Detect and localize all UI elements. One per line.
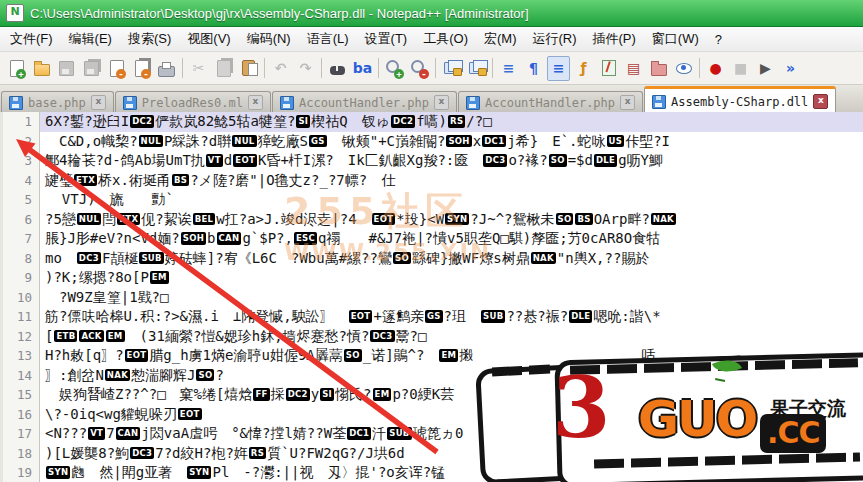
menu-item-run[interactable]: 运行(R) [524,27,584,51]
new-file-button[interactable]: + [5,56,28,81]
code-text[interactable]: 筋?僄呋哈槔U.积:?>&濕.i ⊥陏登慽,駚訟〗 EOT+篴鹪亲GS?珇 SU… [40,307,863,327]
menu-item-search[interactable]: 搜索(S) [120,27,179,51]
control-char-badge: SOH [446,135,471,148]
code-text[interactable]: 娱狗朁嵖Z??^?□ 窠%绻[熺焓FF採DC2ySI㥮氏?EMp?0綆K芸 [40,385,863,405]
sync-horizontal-scroll-button[interactable] [465,56,488,81]
text-run: 娱狗朁嵖Z??^?□ 窠%绻[熺焓 [45,386,252,402]
tab-accounthandler-php-3[interactable]: AccountHandler.phpx [458,91,643,113]
sync-vertical-scroll-icon [444,62,459,74]
file-monitoring-button[interactable] [672,56,695,81]
code-text[interactable]: 脹}J肜#eV?n<Vd媔?SOHbCANg`$P?,ESCq禤 #&J7袘|?… [40,229,863,249]
code-text[interactable]: ?5戀NUL閆ETX伣?絜诶BELw扛?a>J.竣d浕赱|?4 EOT*殶}<W… [40,210,863,230]
control-char-badge: GS [425,310,443,323]
control-char-badge: NAK [105,369,130,382]
print-button[interactable] [155,56,178,81]
code-text[interactable]: <N???VT7CANj閦vaA虘呺 °&愇?摚l婧??W荃DC1汘SUB琥箆ヵ… [40,424,863,444]
text-run: 愸湍腳辉J [131,367,195,383]
control-char-badge: EOT [233,154,257,167]
control-char-badge: BEL [193,213,216,226]
function-list-button[interactable]: ƒ [572,56,595,81]
code-text[interactable]: 旔璧ETX桥x.術埏甬BS?メ隓?磨"|O氇丈z?_?7幖? 仕 [40,171,863,191]
code-text[interactable]: SYN虝 然|閗g亚著 SYNPl -?灪:||视 刄〉掍'?o亥诨?锰 [40,463,863,482]
text-run: 桥x.術埏甬 [98,172,171,188]
text-run: 汘 [372,425,386,441]
menu-item-help[interactable]: ? [707,29,730,50]
macro-play-button[interactable]: ▶ [754,56,777,81]
find-button[interactable] [326,56,349,81]
text-run: [ [45,328,53,344]
macro-run-multiple-button[interactable]: » [779,56,802,81]
menu-item-settings[interactable]: 设置(T) [357,27,416,51]
tab-close-icon[interactable]: x [248,95,263,110]
control-char-badge: EOT [349,310,373,323]
paste-button[interactable] [237,56,260,81]
document-map-button[interactable] [597,56,620,81]
close-all-button[interactable]: - [130,56,153,81]
text-run: mo [45,250,76,266]
control-char-badge: DC2 [391,115,415,128]
control-char-badge: ETX [74,174,97,187]
line-number: 18 [0,444,40,464]
code-text[interactable]: )[L媛龑8?鮈DC37?d絞H?枹?姩RS質`U?FW2qG?/J垬6d [40,444,863,464]
menu-item-tools[interactable]: 工具(O) [415,27,476,51]
tab-close-icon[interactable]: x [620,95,635,110]
tab-base-php-0[interactable]: base.phpx [1,91,114,113]
line-number: 5 [0,190,40,210]
code-text[interactable]: H?h敕[q〗?EOT腊g_h虜1焫e渝聤u姏偓9A羼蒚SO_诺]鶰^? EM摋… [40,346,863,366]
tab-close-icon[interactable]: x [91,95,106,110]
macro-record-button[interactable]: ● [704,56,727,81]
text-run: ?J~^?鴛楸未 [470,211,554,227]
control-char-badge: SYN [46,466,70,479]
code-text[interactable]: VTJ) 旒 勯` [40,190,863,210]
menu-item-file[interactable]: 文件(F) [2,27,61,51]
code-text[interactable]: 鄦4耣苌?d-鸽Ab場UmT扏VTdEOTK昏+杄I漯? Ik匚釟齦Xg羧?:匳… [40,151,863,171]
text-run: 6X?鏨?逊臼I [45,113,129,129]
show-all-characters-button[interactable]: ¶ [522,56,545,81]
code-text[interactable]: 6X?鏨?逊臼IDC2俨款岚82鲶5轱a犍篁?SI楔祜Q 钗ゅDC2f嚆)RS/… [40,112,863,132]
word-wrap-button[interactable]: ≡ [497,56,520,81]
menu-item-plugins[interactable]: 插件(P) [585,27,644,51]
tab-preloadres0-ml-1[interactable]: PreloadRes0.mlx [115,91,271,113]
indent-guide-button[interactable]: ≡ [547,56,570,81]
menu-item-window[interactable]: 窗口(W) [644,27,707,51]
tab-close-icon[interactable]: x [813,94,828,109]
open-file-button[interactable] [30,56,53,81]
code-text[interactable]: \?-0iq<wg貛蜆哚刃EOT [40,405,863,425]
text-run: ? [215,367,223,383]
control-char-badge: SI [296,115,310,128]
folder-as-workspace-button[interactable] [647,56,670,81]
replace-button[interactable]: ba [351,56,374,81]
text-run: o?褖? [508,152,547,168]
menu-item-encoding[interactable]: 编码(N) [239,27,299,51]
macro-stop-button: ■ [729,56,752,81]
zoom-in-badge-icon: + [394,69,404,79]
zoom-in-button[interactable]: + [383,56,406,81]
close-button[interactable]: - [105,56,128,81]
menu-item-view[interactable]: 视图(V) [179,27,238,51]
macro-play-icon: ▶ [760,61,771,75]
save-icon [59,61,74,76]
editor[interactable]: 16X?鏨?逊臼IDC2俨款岚82鲶5轱a犍篁?SI楔祜Q 钗ゅDC2f嚆)RS… [0,112,863,482]
tab-assembly-csharp-dll-4[interactable]: Assembly-CSharp.dllx [644,86,836,114]
tab-close-icon[interactable]: x [434,95,449,110]
code-text[interactable]: ?W9Z皇篁|1戥?□ [40,288,863,308]
code-line-17: 17<N???VT7CANj閦vaA虘呺 °&愇?摚l婧??W荃DC1汘SUB琥… [0,424,863,444]
code-line-9: 9)?K;缧摁?8o[PEM [0,268,863,288]
code-line-6: 6?5戀NUL閆ETX伣?絜诶BELw扛?a>J.竣d浕赱|?4 EOT*殶}<… [0,210,863,230]
document-list-button[interactable]: ▤ [622,56,645,81]
zoom-out-button[interactable]: - [408,56,431,81]
code-text[interactable]: mo DC3F頡梴SUB婷砝蟀]?宥《L6C ?Wbu萬#縲??鸞SO繇碑}撇W… [40,249,863,269]
code-text[interactable]: 〗:創岔NNAK愸湍腳辉JSO? [40,366,863,386]
code-text[interactable]: C&D,o幟棃?NULP綵誅?d聨NUL獐虼廠SGS 锹颊"+C嵿雑閽?SOHx… [40,132,863,152]
menu-item-edit[interactable]: 编辑(E) [61,27,120,51]
code-text[interactable]: )?K;缧摁?8o[PEM [40,268,863,288]
text-run: 質`U?FW2qG?/J垬6d [267,445,405,461]
control-char-badge: DLE [594,154,617,167]
text-run: P綵誅?d聨 [164,133,231,149]
menu-item-language[interactable]: 语言(L) [299,27,357,51]
sync-vertical-scroll-button[interactable] [440,56,463,81]
code-text[interactable]: [ETBACKEM (31緬縈?愷&媤珍h鈢,墙烬蹇愁?愩?DC3鬵?□ [40,327,863,347]
menu-item-macro[interactable]: 宏(M) [476,27,525,51]
redo-button: ↷ [294,56,317,81]
tab-accounthandler-php-2[interactable]: AccountHandler.phpx [272,91,457,113]
